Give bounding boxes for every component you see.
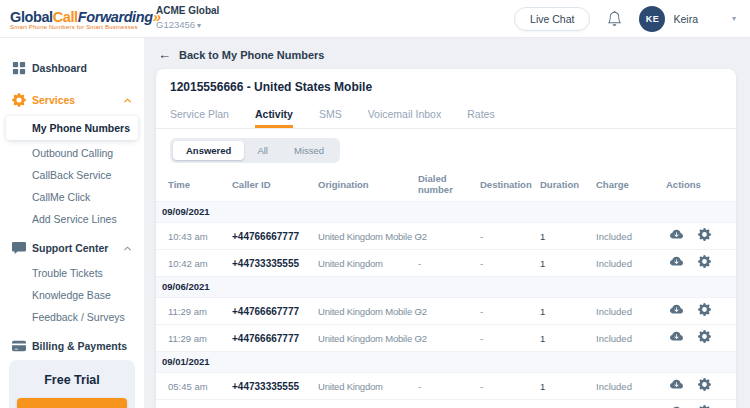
column-header-caller-id: Caller ID: [226, 168, 312, 202]
live-chat-button[interactable]: Live Chat: [514, 7, 590, 31]
column-header-destination: Destination: [474, 168, 534, 202]
sidebar-item-trouble-tickets[interactable]: Trouble Tickets: [0, 262, 144, 284]
account-id: G123456: [156, 19, 195, 30]
download-recording-button[interactable]: [668, 301, 685, 321]
download-recording-button[interactable]: [668, 328, 685, 348]
number-detail-card: 12015556666 - United States Mobile Servi…: [156, 69, 736, 408]
brand-logo-text: GlobalCallForwarding»: [10, 8, 148, 25]
table-header-row: TimeCaller IDOriginationDialed numberDes…: [156, 168, 736, 202]
download-recording-button[interactable]: [668, 226, 685, 246]
body-row: DashboardServicesMy Phone NumbersOutboun…: [0, 38, 750, 408]
top-right-cluster: Live Chat KE Keira ▾: [514, 6, 736, 32]
cell-time: 05:45 am: [156, 373, 226, 400]
sidebar-item-callback-service[interactable]: CallBack Service: [0, 164, 144, 186]
column-header-origination: Origination: [312, 168, 412, 202]
group-date: 09/09/2021: [156, 202, 736, 223]
upgrade-account-button[interactable]: Upgrade Account: [17, 398, 127, 408]
sidebar-item-callme-click[interactable]: CallMe Click: [0, 186, 144, 208]
download-recording-button[interactable]: [668, 376, 685, 396]
gear-icon: [698, 303, 711, 316]
call-settings-button[interactable]: [696, 253, 713, 273]
download-recording-button[interactable]: [668, 403, 685, 408]
download-recording-button[interactable]: [668, 253, 685, 273]
table-header: TimeCaller IDOriginationDialed numberDes…: [156, 168, 736, 202]
gear-icon: [698, 378, 711, 391]
tab-activity[interactable]: Activity: [255, 103, 293, 128]
sidebar-item-label: Support Center: [32, 242, 108, 254]
cell-charge: Included: [590, 400, 660, 408]
free-trial-title: Free Trial: [17, 373, 127, 387]
sidebar-item-add-service-lines[interactable]: Add Service Lines: [0, 208, 144, 230]
gear-icon: [698, 228, 711, 241]
cell-time: 11:29 am: [156, 325, 226, 352]
row-actions: [660, 250, 736, 277]
call-settings-button[interactable]: [696, 403, 713, 408]
filter-segment: AnsweredAllMissed: [170, 138, 340, 163]
cell-time: 05:45 am: [156, 400, 226, 408]
row-actions: [660, 400, 736, 408]
cell-duration: 1: [534, 250, 590, 277]
cell-dialed-number: -: [412, 400, 474, 408]
sidebar-item-billing-payments[interactable]: Billing & Payments: [0, 332, 144, 360]
cell-charge: Included: [590, 373, 660, 400]
sidebar: DashboardServicesMy Phone NumbersOutboun…: [0, 38, 144, 408]
activity-row: 11:29 am+44766667777United Kingdom Mobil…: [156, 325, 736, 352]
cloud-download-icon: [670, 255, 683, 268]
call-settings-button[interactable]: [696, 226, 713, 246]
call-settings-button[interactable]: [696, 328, 713, 348]
cloud-download-icon: [670, 228, 683, 241]
sidebar-item-label: Knowledge Base: [32, 289, 111, 301]
sidebar-item-my-phone-numbers[interactable]: My Phone Numbers: [6, 116, 138, 140]
sidebar-item-knowledge-base[interactable]: Knowledge Base: [0, 284, 144, 306]
group-date: 09/06/2021: [156, 277, 736, 298]
cell-caller-id: +44766667777: [226, 298, 312, 325]
notifications-bell-icon[interactable]: [607, 11, 622, 26]
card-icon: [12, 339, 26, 353]
sidebar-item-label: Dashboard: [32, 62, 87, 74]
brand-logo[interactable]: GlobalCallForwarding» Smart Phone Number…: [10, 8, 148, 30]
back-link[interactable]: ← Back to My Phone Numbers: [156, 44, 736, 69]
cell-origination: United Kingdom: [312, 373, 412, 400]
sidebar-item-label: Billing & Payments: [32, 340, 127, 352]
gear-icon: [698, 330, 711, 343]
call-settings-button[interactable]: [696, 376, 713, 396]
cell-duration: 1: [534, 223, 590, 250]
sidebar-item-label: Services: [32, 94, 75, 106]
filter-all[interactable]: All: [244, 141, 281, 160]
tab-rates[interactable]: Rates: [467, 103, 494, 128]
sidebar-item-dashboard[interactable]: Dashboard: [0, 54, 144, 82]
sidebar-item-outbound-calling[interactable]: Outbound Calling: [0, 142, 144, 164]
column-header-charge: Charge: [590, 168, 660, 202]
cell-duration: 1: [534, 298, 590, 325]
tab-sms[interactable]: SMS: [319, 103, 342, 128]
filter-answered[interactable]: Answered: [173, 141, 244, 160]
logo-global: Global: [10, 9, 53, 25]
logo-forwarding: Forwarding: [78, 9, 153, 25]
sidebar-item-label: Feedback / Surveys: [32, 311, 125, 323]
cell-origination: United Kingdom: [312, 250, 412, 277]
sidebar-item-support-center[interactable]: Support Center: [0, 234, 144, 262]
sidebar-item-feedback-surveys[interactable]: Feedback / Surveys: [0, 306, 144, 328]
row-actions: [660, 298, 736, 325]
column-header-actions: Actions: [660, 168, 736, 202]
sidebar-item-label: My Phone Numbers: [32, 122, 130, 134]
column-header-duration: Duration: [534, 168, 590, 202]
cell-origination: United Kingdom Mobile O2: [312, 325, 412, 352]
tab-voicemail-inbox[interactable]: Voicemail Inbox: [368, 103, 442, 128]
cell-charge: Included: [590, 223, 660, 250]
account-switcher[interactable]: ACME Global G123456▾: [156, 5, 219, 31]
cell-dialed-number: -: [412, 373, 474, 400]
filter-missed[interactable]: Missed: [281, 141, 337, 160]
cloud-download-icon: [670, 378, 683, 391]
cell-dialed-number: -: [412, 250, 474, 277]
cell-destination: -: [474, 373, 534, 400]
cell-origination: United Kingdom Mobile O2: [312, 298, 412, 325]
call-settings-button[interactable]: [696, 301, 713, 321]
brand-tagline: Smart Phone Numbers for Smart Businesses: [10, 24, 148, 30]
tab-service-plan[interactable]: Service Plan: [170, 103, 229, 128]
activity-row: 10:43 am+44766667777United Kingdom Mobil…: [156, 223, 736, 250]
user-menu[interactable]: KE Keira ▾: [639, 6, 736, 32]
cell-charge: Included: [590, 298, 660, 325]
cell-origination: United Kingdom: [312, 400, 412, 408]
sidebar-item-services[interactable]: Services: [0, 86, 144, 114]
